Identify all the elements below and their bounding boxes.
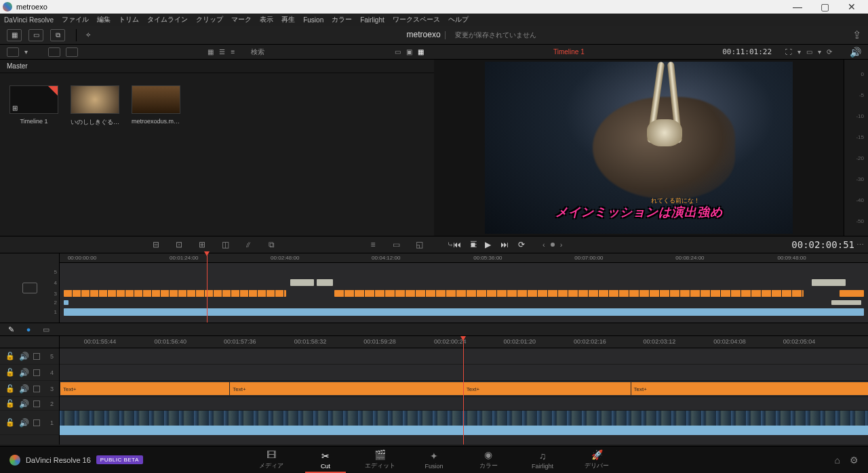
stop-icon[interactable]: ■ <box>471 240 475 249</box>
chevron-down-icon[interactable]: ▾ <box>24 48 28 56</box>
menu-item[interactable]: タイムライン <box>147 15 188 24</box>
menu-item[interactable]: クリップ <box>196 15 223 24</box>
speaker-icon[interactable]: 🔊 <box>19 352 29 361</box>
detail-track[interactable] <box>60 365 868 381</box>
loop-icon[interactable]: ⟳ <box>827 48 832 56</box>
tool-icon[interactable]: ◱ <box>412 239 426 250</box>
bin-view-button[interactable] <box>7 47 19 57</box>
search-label[interactable]: 検索 <box>251 47 264 57</box>
menu-item[interactable]: カラー <box>332 15 352 24</box>
ripple-icon[interactable]: ⊞ <box>195 239 209 250</box>
track-box-icon[interactable] <box>33 369 40 376</box>
overview-clip[interactable] <box>812 279 846 286</box>
detail-track[interactable] <box>60 397 868 411</box>
detail-track[interactable] <box>60 411 868 435</box>
track-header[interactable]: 🔓🔊4 <box>0 365 59 381</box>
smart-insert-icon[interactable]: ⊟ <box>149 239 163 250</box>
settings-icon[interactable]: ⚙ <box>850 455 859 466</box>
timeline-timecode[interactable]: 00:02:00:51 <box>791 239 854 250</box>
timeline-name[interactable]: Timeline 1 <box>553 48 585 56</box>
tab-deliver[interactable]: 🚀デリバー <box>570 447 624 473</box>
detail-track[interactable]: Text+ Text+ Text+ Text+ <box>60 381 868 397</box>
overview-clip[interactable] <box>334 290 803 297</box>
overview-playhead[interactable] <box>207 253 208 323</box>
overview-clip[interactable] <box>317 279 333 286</box>
maximize-button[interactable]: ▢ <box>811 1 838 13</box>
tool-icon[interactable]: ≡ <box>366 239 380 250</box>
media-item[interactable]: いのししきぐるみ あんた… <box>71 85 119 127</box>
lock-icon[interactable]: 🔓 <box>5 352 15 361</box>
tab-color[interactable]: ◉カラー <box>461 447 515 473</box>
menu-item[interactable]: 表示 <box>260 15 273 24</box>
track-box-icon[interactable] <box>33 386 40 392</box>
menu-item[interactable]: ワークスペース <box>393 15 440 24</box>
volume-icon[interactable]: 🔊 <box>850 47 861 58</box>
tab-fusion[interactable]: ✦Fusion <box>407 447 461 473</box>
overview-main[interactable]: 00:00:00:00 00:01:24:00 00:02:48:00 00:0… <box>60 253 868 323</box>
menu-item[interactable]: マーク <box>231 15 252 24</box>
export-icon[interactable]: ⇪ <box>841 28 861 41</box>
detail-playhead[interactable] <box>463 336 464 445</box>
menu-item[interactable]: Fairlight <box>360 16 384 24</box>
link-icon[interactable]: ▭ <box>41 325 52 334</box>
tool-icon[interactable]: ▾ <box>818 48 821 56</box>
jog-indicator[interactable]: ‹› <box>542 241 562 249</box>
video-clip[interactable] <box>60 411 868 426</box>
menu-item[interactable]: DaVinci Resolve <box>4 16 54 24</box>
menu-item[interactable]: Fusion <box>303 16 323 24</box>
next-icon[interactable]: ⏭ <box>500 240 509 249</box>
import-folder-button[interactable] <box>66 47 78 57</box>
sync-bin-button[interactable]: ▭ <box>28 29 43 41</box>
speaker-icon[interactable]: 🔊 <box>19 384 29 394</box>
menu-item[interactable]: ファイル <box>62 15 89 24</box>
menu-item[interactable]: ヘルプ <box>448 15 469 24</box>
video-preview[interactable]: れてくる前にな！ メインミッションは演出強め <box>485 62 793 234</box>
close-button[interactable]: ✕ <box>838 1 865 13</box>
track-header[interactable]: 🔓🔊1 <box>0 411 59 435</box>
speaker-icon[interactable]: 🔊 <box>19 368 29 377</box>
snap-icon[interactable]: ● <box>23 325 34 334</box>
tool-icon[interactable]: ▭ <box>389 239 403 250</box>
lock-icon[interactable]: 🔓 <box>5 384 15 393</box>
speaker-icon[interactable]: 🔊 <box>19 399 29 409</box>
thumbnail-view-icon[interactable]: ▦ <box>208 48 214 56</box>
closeup-icon[interactable]: ◫ <box>218 239 232 250</box>
tab-media[interactable]: 🎞メディア <box>244 447 298 473</box>
menu-item[interactable]: 編集 <box>97 15 111 24</box>
loop-icon[interactable]: ⟳ <box>518 240 525 249</box>
track-box-icon[interactable] <box>33 400 40 407</box>
strip-view-icon[interactable]: ☰ <box>219 48 225 56</box>
play-icon[interactable]: ▶ <box>485 240 491 249</box>
overview-clip[interactable] <box>290 279 315 286</box>
prev-icon[interactable]: ⏮ <box>453 240 461 249</box>
effects-button[interactable]: ✧ <box>81 29 96 41</box>
detail-main[interactable]: 00:01:55:44 00:01:56:40 00:01:57:36 00:0… <box>60 336 868 445</box>
speaker-icon[interactable]: 🔊 <box>19 418 29 428</box>
lock-icon[interactable]: 🔓 <box>5 368 15 377</box>
media-item[interactable]: Timeline 1 <box>9 85 58 127</box>
track-header[interactable]: 🔓🔊5 <box>0 348 59 365</box>
tool-icon[interactable]: ▾ <box>797 48 801 56</box>
home-icon[interactable]: ⌂ <box>835 455 840 466</box>
list-view-icon[interactable]: ≡ <box>231 48 235 56</box>
master-bin-label[interactable]: Master <box>0 60 434 73</box>
minimize-button[interactable]: — <box>784 1 811 13</box>
lock-icon[interactable]: 🔓 <box>5 418 15 427</box>
menu-item[interactable]: 再生 <box>281 15 295 24</box>
track-header[interactable]: 🔓🔊3 <box>0 381 59 397</box>
viewer-mode-button[interactable]: ▣ <box>406 48 412 56</box>
place-on-top-icon[interactable]: ⫽ <box>241 239 255 250</box>
import-button[interactable] <box>48 47 60 57</box>
overview-clip[interactable] <box>840 290 864 297</box>
menu-item[interactable]: トリム <box>119 15 139 24</box>
media-item[interactable]: metroexodus.mp4 <box>132 85 180 127</box>
track-header-icon[interactable] <box>22 283 37 293</box>
tab-cut[interactable]: ✂Cut <box>298 447 353 473</box>
overview-clip[interactable] <box>831 300 861 305</box>
track-box-icon[interactable] <box>33 353 40 360</box>
text-clip[interactable]: Text+ <box>229 382 462 395</box>
text-clip[interactable]: Text+ <box>60 382 229 395</box>
overview-clip[interactable] <box>64 290 286 297</box>
menu-icon[interactable]: ⋯ <box>856 241 864 249</box>
viewer-mode-button[interactable]: ▭ <box>395 48 401 56</box>
